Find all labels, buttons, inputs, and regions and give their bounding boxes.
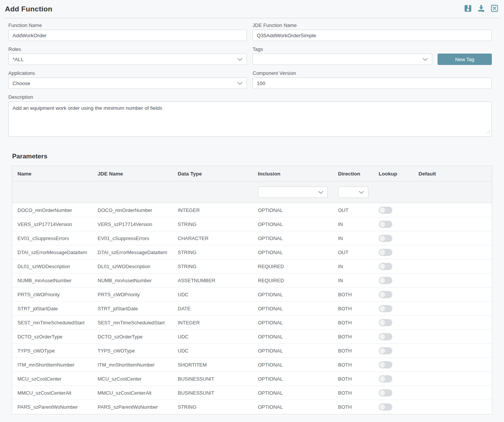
param-data-type-cell: BUSINESSUNIT xyxy=(172,390,253,396)
download-button[interactable] xyxy=(477,5,486,14)
param-data-type-cell: UDC xyxy=(172,292,253,297)
save-icon xyxy=(464,4,472,14)
lookup-toggle[interactable] xyxy=(379,221,392,228)
function-form: Function Name JDE Function Name Roles *A… xyxy=(0,18,504,142)
tags-select[interactable] xyxy=(253,54,432,65)
lookup-toggle[interactable] xyxy=(379,249,392,256)
toggle-knob xyxy=(379,305,386,312)
description-field-group: Description Add an equipment work order … xyxy=(8,94,492,137)
table-row[interactable]: NUMB_mnAssetNumber NUMB_mnAssetNumber AS… xyxy=(12,273,492,288)
table-row[interactable]: EV01_cSuppressErrors EV01_cSuppressError… xyxy=(12,231,492,245)
table-row[interactable]: DTAI_szErrorMessageDataItem DTAI_szError… xyxy=(12,245,492,259)
param-direction-cell: BOTH xyxy=(333,306,373,311)
param-name-cell: EV01_cSuppressErrors xyxy=(12,235,92,241)
table-row[interactable]: SEST_mnTimeScheduledStart SEST_mnTimeSch… xyxy=(12,316,492,330)
param-inclusion-cell: OPTIONAL xyxy=(253,235,333,241)
lookup-toggle[interactable] xyxy=(379,347,392,354)
param-jde-name-cell: DTAI_szErrorMessageDataItem xyxy=(92,250,172,255)
param-direction-cell: BOTH xyxy=(333,348,373,354)
lookup-toggle[interactable] xyxy=(379,263,392,270)
inclusion-filter-select[interactable] xyxy=(258,187,328,198)
function-name-label: Function Name xyxy=(8,22,247,28)
save-button[interactable] xyxy=(463,5,472,14)
toggle-knob xyxy=(379,319,386,326)
param-inclusion-cell: OPTIONAL xyxy=(253,362,333,368)
chevron-down-icon xyxy=(318,189,324,196)
param-direction-cell: IN xyxy=(333,264,373,269)
lookup-toggle[interactable] xyxy=(379,277,392,284)
header-actions xyxy=(463,5,499,14)
parameters-heading: Parameters xyxy=(12,153,492,160)
component-version-input[interactable] xyxy=(253,77,492,89)
table-row[interactable]: MCU_szCostCenter MCU_szCostCenter BUSINE… xyxy=(12,372,492,386)
toggle-knob xyxy=(379,333,386,340)
column-header-data-type: Data Type xyxy=(172,171,253,177)
table-row[interactable]: ITM_mnShortItemNumber ITM_mnShortItemNum… xyxy=(12,358,492,372)
param-data-type-cell: BUSINESSUNIT xyxy=(172,376,253,382)
param-data-type-cell: ASSETNUMBER xyxy=(172,278,253,283)
param-direction-cell: BOTH xyxy=(333,334,373,340)
description-textarea[interactable]: Add an equipment work order using the mi… xyxy=(8,101,492,137)
param-name-cell: DOCO_mnOrderNumber xyxy=(12,207,92,213)
toggle-knob xyxy=(379,263,386,270)
param-direction-cell: BOTH xyxy=(333,320,373,326)
parameters-table: Name JDE Name Data Type Inclusion Direct… xyxy=(12,166,492,414)
close-button[interactable] xyxy=(490,5,499,14)
table-row[interactable]: STRT_jdStartDate STRT_jdStartDate DATE O… xyxy=(12,302,492,316)
direction-filter-select[interactable] xyxy=(338,187,368,198)
function-name-input[interactable] xyxy=(8,30,247,41)
lookup-toggle[interactable] xyxy=(379,305,392,312)
param-direction-cell: BOTH xyxy=(333,362,373,368)
param-inclusion-cell: OPTIONAL xyxy=(253,221,333,227)
param-jde-name-cell: TYPS_cWOType xyxy=(92,348,172,354)
param-inclusion-cell: OPTIONAL xyxy=(253,404,333,410)
lookup-toggle[interactable] xyxy=(379,235,392,242)
chevron-down-icon xyxy=(237,82,243,85)
table-row[interactable]: MMCU_szCostCenterAlt MMCU_szCostCenterAl… xyxy=(12,386,492,400)
lookup-toggle[interactable] xyxy=(379,375,392,382)
lookup-toggle[interactable] xyxy=(379,319,392,326)
table-row[interactable]: DCTO_szOrderType DCTO_szOrderType UDC OP… xyxy=(12,330,492,344)
table-row[interactable]: DOCO_mnOrderNumber DOCO_mnOrderNumber IN… xyxy=(12,203,492,217)
table-row[interactable]: VERS_szP17714Version VERS_szP17714Versio… xyxy=(12,217,492,231)
param-data-type-cell: SHORTITEM xyxy=(172,362,253,368)
param-direction-cell: BOTH xyxy=(333,292,373,297)
param-jde-name-cell: NUMB_mnAssetNumber xyxy=(92,278,172,283)
description-label: Description xyxy=(8,94,492,100)
param-direction-cell: OUT xyxy=(333,250,373,255)
param-data-type-cell: DATE xyxy=(172,306,253,311)
param-direction-cell: IN xyxy=(333,235,373,241)
toggle-knob xyxy=(379,362,386,368)
roles-selected-value: *ALL xyxy=(13,57,24,62)
roles-select[interactable]: *ALL xyxy=(8,54,247,65)
parameters-section: Parameters Name JDE Name Data Type Inclu… xyxy=(0,153,504,414)
param-jde-name-cell: MMCU_szCostCenterAlt xyxy=(92,390,172,396)
applications-select[interactable]: Choose xyxy=(8,77,247,89)
header-bar: Add Function xyxy=(5,0,499,18)
param-inclusion-cell: OPTIONAL xyxy=(253,306,333,311)
param-name-cell: DCTO_szOrderType xyxy=(12,334,92,340)
jde-function-name-input[interactable] xyxy=(253,30,492,41)
table-row[interactable]: PARS_szParentWoNumber PARS_szParentWoNum… xyxy=(12,400,492,414)
table-row[interactable]: PRTS_cWOPriority PRTS_cWOPriority UDC OP… xyxy=(12,288,492,302)
toggle-knob xyxy=(379,291,386,298)
param-jde-name-cell: DOCO_mnOrderNumber xyxy=(92,207,172,213)
lookup-toggle[interactable] xyxy=(379,333,392,340)
applications-selected-value: Choose xyxy=(13,81,30,86)
lookup-toggle[interactable] xyxy=(379,207,392,214)
param-inclusion-cell: OPTIONAL xyxy=(253,376,333,382)
param-jde-name-cell: STRT_jdStartDate xyxy=(92,306,172,311)
component-version-label: Component Version xyxy=(253,70,492,76)
param-inclusion-cell: OPTIONAL xyxy=(253,320,333,326)
new-tag-button[interactable]: New Tag xyxy=(438,54,492,65)
lookup-toggle[interactable] xyxy=(379,361,392,368)
table-row[interactable]: TYPS_cWOType TYPS_cWOType UDC OPTIONAL B… xyxy=(12,344,492,358)
lookup-toggle[interactable] xyxy=(379,403,392,411)
param-data-type-cell: UDC xyxy=(172,334,253,340)
lookup-toggle[interactable] xyxy=(379,389,392,397)
param-jde-name-cell: EV01_cSuppressErrors xyxy=(92,235,172,241)
lookup-toggle[interactable] xyxy=(379,291,392,298)
param-data-type-cell: INTEGER xyxy=(172,320,253,326)
param-data-type-cell: CHARACTER xyxy=(172,235,253,241)
table-row[interactable]: DL01_szWODescription DL01_szWODescriptio… xyxy=(12,259,492,273)
